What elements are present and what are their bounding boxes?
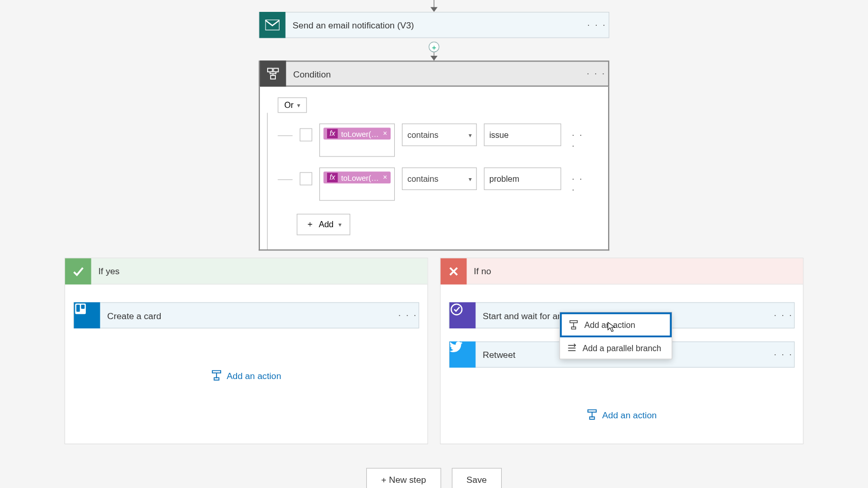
action-menu[interactable]: · · · — [397, 310, 419, 321]
menu-add-action[interactable]: Add an action — [560, 312, 672, 337]
svg-rect-5 — [76, 305, 80, 312]
action-send-email[interactable]: Send an email notification (V3) · · · — [259, 12, 610, 38]
add-action-link[interactable]: Add an action — [449, 409, 795, 420]
group-operator-select[interactable]: Or ▾ — [278, 98, 307, 113]
remove-token-icon[interactable]: × — [383, 130, 387, 138]
action-title: Create a card — [100, 310, 397, 321]
chevron-down-icon: ▾ — [338, 221, 342, 228]
insert-step-button[interactable] — [429, 42, 440, 53]
action-menu[interactable]: · · · — [584, 68, 608, 79]
action-title: Condition — [286, 69, 584, 79]
branch-title: If yes — [91, 266, 119, 276]
add-action-icon — [211, 370, 222, 381]
right-operand-input[interactable] — [484, 167, 562, 190]
row-menu[interactable]: · · · — [572, 174, 591, 195]
svg-rect-10 — [570, 321, 577, 323]
action-menu[interactable]: · · · — [585, 20, 609, 30]
add-action-link[interactable]: Add an action — [73, 370, 419, 381]
branch-yes: If yes Create a card · · · Add an action — [65, 258, 428, 444]
svg-rect-6 — [81, 305, 85, 309]
svg-rect-11 — [571, 327, 576, 329]
action-condition[interactable]: Condition · · · — [259, 60, 610, 87]
right-operand-input[interactable] — [484, 123, 562, 146]
action-create-card[interactable]: Create a card · · · — [73, 302, 419, 328]
svg-point-9 — [451, 304, 462, 315]
add-condition-button[interactable]: ＋ Add ▾ — [297, 214, 350, 235]
left-operand-input[interactable]: fx toLower(… × — [319, 167, 395, 200]
add-action-icon — [587, 409, 598, 420]
svg-rect-1 — [268, 68, 272, 72]
svg-rect-3 — [271, 75, 275, 79]
check-icon — [65, 258, 91, 285]
menu-add-parallel[interactable]: Add a parallel branch — [560, 337, 672, 358]
branch-header-no[interactable]: If no — [441, 258, 803, 285]
operator-select[interactable]: contains ▾ — [402, 167, 477, 190]
condition-panel: Or ▾ fx toLower(… × contains ▾ — [259, 87, 610, 250]
operator-select[interactable]: contains ▾ — [402, 123, 477, 146]
row-checkbox[interactable] — [300, 172, 312, 185]
new-step-button[interactable]: + New step — [366, 468, 441, 488]
condition-row: fx toLower(… × contains ▾ · · · — [278, 123, 591, 156]
svg-rect-12 — [588, 410, 596, 413]
save-button[interactable]: Save — [452, 468, 502, 488]
branch-header-yes[interactable]: If yes — [65, 258, 428, 285]
fx-icon: fx — [327, 173, 337, 182]
plus-icon: ＋ — [306, 219, 314, 230]
twitter-icon — [450, 341, 476, 368]
expression-token[interactable]: fx toLower(… × — [323, 128, 391, 139]
chevron-down-icon: ▾ — [297, 102, 300, 108]
remove-token-icon[interactable]: × — [383, 174, 387, 182]
action-menu[interactable]: · · · — [773, 310, 794, 321]
left-operand-input[interactable]: fx toLower(… × — [319, 123, 395, 156]
insert-menu: Add an action Add a parallel branch — [560, 312, 673, 359]
row-checkbox[interactable] — [300, 128, 312, 141]
chevron-down-icon: ▾ — [469, 132, 472, 138]
branch-title: If no — [467, 266, 491, 276]
close-icon — [441, 258, 467, 285]
branch-no: If no Start and wait for an approval · ·… — [440, 258, 804, 444]
action-title: Send an email notification (V3) — [286, 20, 585, 30]
svg-rect-2 — [274, 68, 278, 72]
condition-icon — [260, 60, 286, 87]
svg-rect-8 — [214, 377, 219, 380]
fx-icon: fx — [327, 129, 337, 138]
condition-row: fx toLower(… × contains ▾ · · · — [278, 167, 591, 200]
arrow-down-icon — [428, 52, 440, 60]
add-action-icon — [569, 320, 578, 329]
expression-token[interactable]: fx toLower(… × — [323, 171, 391, 183]
approval-icon — [450, 302, 476, 328]
group-operator-label: Or — [284, 100, 293, 109]
arrow-down-icon — [428, 0, 440, 12]
trello-icon — [74, 302, 100, 328]
svg-rect-7 — [212, 371, 221, 373]
chevron-down-icon: ▾ — [469, 176, 472, 182]
parallel-branch-icon — [567, 343, 577, 353]
row-menu[interactable]: · · · — [572, 130, 591, 151]
mail-icon — [259, 12, 286, 38]
action-menu[interactable]: · · · — [773, 349, 794, 360]
add-label: Add — [319, 220, 334, 229]
cursor-icon — [607, 322, 617, 333]
svg-rect-13 — [590, 417, 594, 419]
